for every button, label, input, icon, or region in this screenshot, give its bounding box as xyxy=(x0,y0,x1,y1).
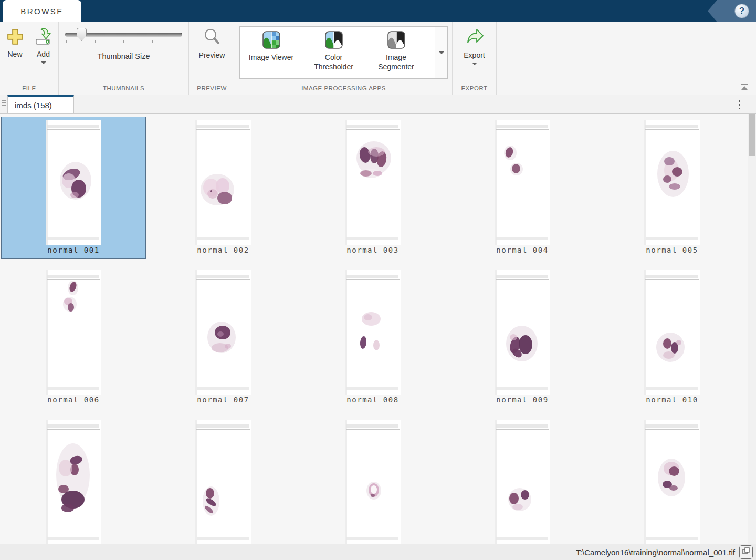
thumbnail-size-label: Thumbnail Size xyxy=(65,52,182,60)
thumbnail-cell[interactable]: normal 003 xyxy=(300,117,445,259)
thumbnail-label: normal 002 xyxy=(197,246,249,254)
thumbnail-label: normal 007 xyxy=(197,396,249,404)
add-import-icon xyxy=(34,27,53,48)
color-thresholder-label: Color Thresholder xyxy=(308,53,360,71)
thumbnail-cell[interactable]: normal 004 xyxy=(450,117,595,259)
thumbnail-size-slider[interactable] xyxy=(65,33,182,37)
export-dropdown-caret-icon[interactable] xyxy=(472,63,477,65)
selected-file-path: T:\Camelyon16\training\normal\normal_001… xyxy=(576,548,735,557)
thumbnail-label: normal 003 xyxy=(346,246,398,254)
statusbar: T:\Camelyon16\training\normal\normal_001… xyxy=(0,544,756,560)
slide-image xyxy=(345,120,401,245)
slide-image xyxy=(195,270,251,395)
slide-image xyxy=(46,420,101,544)
ribbon-tab-browse[interactable]: BROWSE xyxy=(3,0,81,22)
thumbnail-label: normal 008 xyxy=(346,396,398,404)
thumbnails-section-label: THUMBNAILS xyxy=(59,82,188,95)
preview-button-label: Preview xyxy=(199,51,225,59)
apps-gallery: Image Viewer xyxy=(239,26,448,79)
ribbon-section-apps: Image Viewer xyxy=(235,22,453,95)
thumbnail-label: normal 004 xyxy=(496,246,548,254)
slide-image xyxy=(345,270,401,395)
collapse-ribbon-icon[interactable] xyxy=(739,83,750,92)
slide-image xyxy=(644,270,700,395)
scrollbar-thumb[interactable] xyxy=(749,114,755,156)
image-viewer-icon xyxy=(262,31,280,51)
slide-image xyxy=(644,420,700,544)
export-section-label: EXPORT xyxy=(453,82,496,95)
file-section-label: FILE xyxy=(0,82,58,95)
export-button[interactable]: Export xyxy=(459,26,490,65)
slider-ticks xyxy=(65,40,182,43)
thumbnail-label: normal 009 xyxy=(496,396,548,404)
export-arrow-icon xyxy=(465,27,485,49)
thumbnail-label: normal 005 xyxy=(646,246,698,254)
copy-icon xyxy=(741,546,751,558)
add-button-label: Add xyxy=(37,50,50,58)
thumbnail-grid: normal 001normal 002normal 003normal 004… xyxy=(0,114,748,544)
ribbon: New Add FILE xyxy=(0,22,756,95)
new-button[interactable]: New xyxy=(2,26,29,58)
image-segmenter-label: Image Segmenter xyxy=(370,53,423,71)
color-thresholder-button[interactable]: Color Thresholder xyxy=(302,31,365,71)
image-viewer-label: Image Viewer xyxy=(245,53,298,63)
thumbnail-cell[interactable] xyxy=(151,416,296,544)
thumbnail-cell[interactable]: normal 001 xyxy=(1,117,146,259)
slide-image xyxy=(345,420,401,544)
copy-path-button[interactable] xyxy=(739,545,753,559)
slide-image xyxy=(195,420,251,544)
tab-imds[interactable]: imds (158) xyxy=(7,95,74,113)
slide-image xyxy=(495,120,550,245)
slide-image xyxy=(195,120,251,245)
thumbnail-cell[interactable] xyxy=(300,416,445,544)
thumbnail-cell[interactable]: normal 009 xyxy=(450,266,595,409)
export-button-label: Export xyxy=(464,51,485,59)
preview-button[interactable]: Preview xyxy=(195,26,229,59)
thumbnail-cell[interactable] xyxy=(450,416,595,544)
titlebar: BROWSE ? xyxy=(0,0,756,22)
apps-gallery-dropdown[interactable] xyxy=(435,27,447,78)
tab-grip-icon[interactable] xyxy=(2,100,6,106)
ribbon-spacer xyxy=(497,22,756,95)
thumbnail-label: normal 006 xyxy=(47,396,99,404)
gallery-caret-icon xyxy=(439,51,444,54)
image-segmenter-button[interactable]: Image Segmenter xyxy=(365,31,427,71)
thumbnail-cell[interactable] xyxy=(1,416,146,544)
help-icon[interactable]: ? xyxy=(734,4,749,18)
tab-options-ellipsis-icon[interactable] xyxy=(737,98,742,111)
new-plus-icon xyxy=(6,27,25,48)
slide-image xyxy=(495,270,550,395)
apps-section-label: IMAGE PROCESSING APPS xyxy=(235,82,452,95)
magnifier-icon xyxy=(202,27,222,49)
document-tabstrip: imds (158) xyxy=(0,95,756,114)
ribbon-section-preview: Preview PREVIEW xyxy=(189,22,235,95)
add-dropdown-caret-icon[interactable] xyxy=(41,61,46,64)
thumbnail-label: normal 001 xyxy=(47,246,99,254)
add-button[interactable]: Add xyxy=(30,26,57,64)
ribbon-section-thumbnails: Thumbnail Size THUMBNAILS xyxy=(59,22,189,95)
slide-image xyxy=(46,120,101,245)
image-viewer-button[interactable]: Image Viewer xyxy=(240,31,302,63)
thumbnail-cell[interactable]: normal 005 xyxy=(600,117,744,259)
browser-content: normal 001normal 002normal 003normal 004… xyxy=(0,114,756,544)
thumbnail-label: normal 010 xyxy=(646,396,698,404)
help-area: ? xyxy=(708,0,756,22)
image-segmenter-icon xyxy=(387,31,405,51)
preview-section-label: PREVIEW xyxy=(189,82,235,95)
vertical-scrollbar[interactable] xyxy=(748,114,756,544)
slide-image xyxy=(46,270,101,395)
color-thresholder-icon xyxy=(325,31,343,51)
new-button-label: New xyxy=(7,50,22,58)
slide-image xyxy=(495,420,550,544)
thumbnail-cell[interactable]: normal 006 xyxy=(1,266,146,409)
ribbon-section-export: Export EXPORT xyxy=(453,22,497,95)
thumbnail-cell[interactable] xyxy=(600,416,744,544)
thumbnail-cell[interactable]: normal 007 xyxy=(151,266,296,409)
slider-thumb[interactable] xyxy=(77,28,87,41)
ribbon-section-file: New Add FILE xyxy=(0,22,59,95)
thumbnail-cell[interactable]: normal 008 xyxy=(300,266,445,409)
thumbnail-cell[interactable]: normal 010 xyxy=(600,266,744,409)
slide-image xyxy=(644,120,700,245)
thumbnail-cell[interactable]: normal 002 xyxy=(151,117,296,259)
